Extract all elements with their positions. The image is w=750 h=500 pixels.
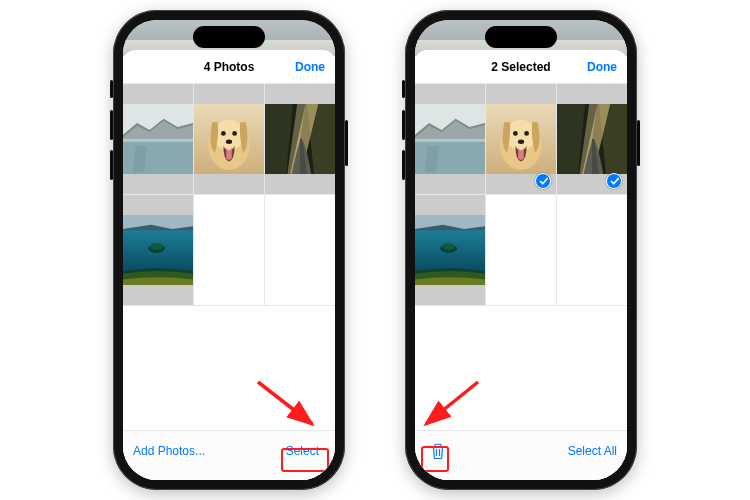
comparison-stage: 4 Photos Done Add Photos... Select (0, 0, 750, 500)
photo-thumb-dog[interactable] (486, 84, 556, 194)
empty-cell (265, 195, 335, 305)
photo-thumb-forest[interactable] (265, 84, 335, 194)
trash-icon[interactable] (425, 440, 451, 462)
photo-thumb-forest[interactable] (557, 84, 627, 194)
empty-cell (486, 195, 556, 305)
select-button[interactable]: Select (280, 441, 325, 461)
done-button[interactable]: Done (587, 60, 617, 74)
bottom-toolbar: Select All (415, 430, 627, 470)
phone-right: 2 Selected Done (405, 10, 637, 490)
photo-thumb-dog[interactable] (194, 84, 264, 194)
photo-thumb-lake[interactable] (123, 84, 193, 194)
sheet-header: 2 Selected Done (415, 50, 627, 84)
photos-sheet: 4 Photos Done Add Photos... Select (123, 50, 335, 480)
dynamic-island (485, 26, 557, 48)
done-button[interactable]: Done (295, 60, 325, 74)
photo-thumb-island[interactable] (415, 195, 485, 305)
selection-check-icon (606, 173, 622, 189)
photo-grid (123, 84, 335, 306)
select-all-button[interactable]: Select All (568, 444, 617, 458)
sheet-title: 4 Photos (204, 60, 255, 74)
empty-cell (194, 195, 264, 305)
photos-sheet: 2 Selected Done (415, 50, 627, 480)
photo-thumb-island[interactable] (123, 195, 193, 305)
add-photos-button[interactable]: Add Photos... (133, 444, 205, 458)
selection-check-icon (535, 173, 551, 189)
sheet-header: 4 Photos Done (123, 50, 335, 84)
sheet-title: 2 Selected (491, 60, 550, 74)
photo-grid (415, 84, 627, 306)
phone-left: 4 Photos Done Add Photos... Select (113, 10, 345, 490)
photo-thumb-lake[interactable] (415, 84, 485, 194)
bottom-toolbar: Add Photos... Select (123, 430, 335, 470)
dynamic-island (193, 26, 265, 48)
empty-cell (557, 195, 627, 305)
